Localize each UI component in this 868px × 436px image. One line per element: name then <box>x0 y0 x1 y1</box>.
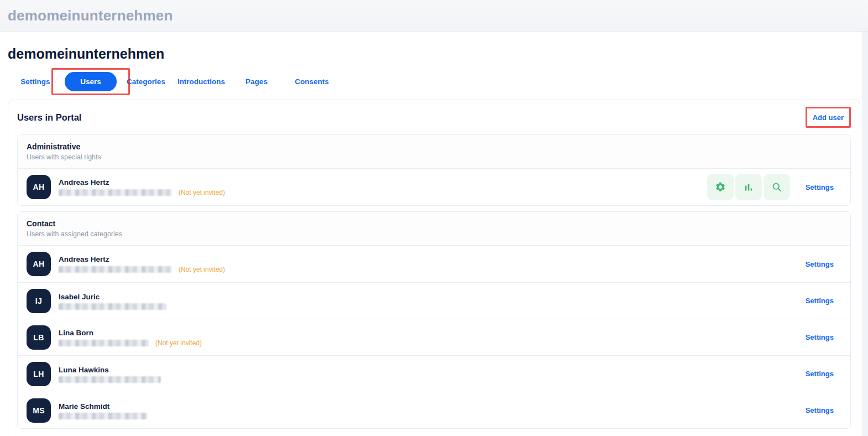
user-subline: (Not yet invited) <box>59 189 225 196</box>
not-invited-badge: (Not yet invited) <box>155 339 202 347</box>
user-group: Contact Users with assigned categories A… <box>17 211 851 429</box>
annotation-box-add-user: Add user <box>806 107 851 128</box>
user-name: Isabel Juric <box>59 292 166 302</box>
user-name: Marie Schmidt <box>59 402 147 411</box>
group-name: Administrative <box>27 142 841 152</box>
avatar: AH <box>27 175 51 199</box>
tab-introductions[interactable]: Introductions <box>174 77 229 86</box>
redacted-email <box>59 413 147 419</box>
group-rows: AH Andreas Hertz (Not yet invited) Setti… <box>18 168 850 205</box>
tab-label: Settings <box>20 77 50 86</box>
tab-label: Introductions <box>177 77 225 86</box>
tab-pages[interactable]: Pages <box>229 77 284 86</box>
avatar: AH <box>27 252 51 276</box>
search-icon <box>771 181 782 193</box>
user-settings-link[interactable]: Settings <box>806 297 834 305</box>
user-subline: (Not yet invited) <box>59 339 202 347</box>
group-description: Users with special rights <box>27 153 841 162</box>
user-row: AH Andreas Hertz (Not yet invited) Setti… <box>18 169 850 205</box>
group-name: Contact <box>27 219 841 229</box>
user-subline <box>59 303 166 310</box>
group-header: Administrative Users with special rights <box>18 135 850 168</box>
group-description: Users with assigned categories <box>27 230 841 238</box>
group-header: Contact Users with assigned categories <box>18 212 850 245</box>
user-row: LH Luna Hawkins Settings <box>18 355 850 392</box>
not-invited-badge: (Not yet invited) <box>179 266 225 273</box>
user-info: Marie Schmidt <box>59 402 147 419</box>
user-row: IJ Isabel Juric Settings <box>18 282 850 319</box>
user-subline <box>59 376 161 383</box>
not-invited-badge: (Not yet invited) <box>179 189 225 196</box>
gear-icon <box>715 181 726 193</box>
bar-chart-button[interactable] <box>735 174 762 200</box>
user-subline <box>59 413 147 419</box>
tab-categories[interactable]: Categories <box>118 77 174 86</box>
tab-consents[interactable]: Consents <box>284 77 339 86</box>
user-settings-link[interactable]: Settings <box>806 260 834 268</box>
tab-label: Consents <box>295 77 329 86</box>
user-info: Luna Hawkins <box>59 365 161 383</box>
redacted-email <box>59 189 172 196</box>
user-settings-link[interactable]: Settings <box>806 183 834 191</box>
avatar: MS <box>27 398 51 423</box>
redacted-email <box>59 376 161 383</box>
user-info: Lina Born (Not yet invited) <box>59 328 202 347</box>
user-subline: (Not yet invited) <box>59 266 225 273</box>
user-name: Andreas Hertz <box>59 255 225 264</box>
top-bar: demomeinunternehmen <box>0 0 868 32</box>
tab-label: Pages <box>245 77 268 86</box>
user-info: Isabel Juric <box>59 292 166 310</box>
group-rows: AH Andreas Hertz (Not yet invited) Setti… <box>18 245 850 428</box>
redacted-email <box>59 340 149 346</box>
avatar: LB <box>27 325 51 350</box>
user-row: LB Lina Born (Not yet invited) Settings <box>18 319 850 355</box>
user-info: Andreas Hertz (Not yet invited) <box>59 178 225 196</box>
redacted-email <box>59 266 172 273</box>
users-panel: Users in Portal Add user Administrative … <box>8 100 860 436</box>
avatar: IJ <box>27 289 51 313</box>
search-button[interactable] <box>764 174 790 200</box>
main-content: demomeinunternehmen Settings Users Categ… <box>0 46 868 436</box>
tab-bar: Settings Users Categories Introductions … <box>8 69 860 94</box>
user-row: AH Andreas Hertz (Not yet invited) Setti… <box>18 246 850 282</box>
gear-button[interactable] <box>707 174 734 200</box>
user-info: Andreas Hertz (Not yet invited) <box>59 255 225 273</box>
panel-title: Users in Portal <box>17 112 81 123</box>
user-name: Andreas Hertz <box>59 178 225 187</box>
panel-header: Users in Portal Add user <box>8 100 860 134</box>
scrollbar-track[interactable] <box>862 32 868 436</box>
page-title: demomeinunternehmen <box>8 46 860 62</box>
avatar: LH <box>27 362 51 386</box>
user-group: Administrative Users with special rights… <box>17 134 851 206</box>
user-settings-link[interactable]: Settings <box>806 333 834 341</box>
redacted-email <box>59 303 166 310</box>
tab-label: Users <box>65 72 117 91</box>
user-settings-link[interactable]: Settings <box>806 370 834 378</box>
user-name: Lina Born <box>59 328 202 338</box>
user-row: MS Marie Schmidt Settings <box>18 392 850 428</box>
tab-label: Categories <box>127 77 165 86</box>
user-name: Luna Hawkins <box>59 365 161 375</box>
user-settings-link[interactable]: Settings <box>806 406 834 414</box>
portal-name: demomeinunternehmen <box>8 7 173 24</box>
bar-chart-icon <box>743 181 754 193</box>
row-actions <box>707 174 790 200</box>
tab-users[interactable]: Users <box>63 72 118 91</box>
user-groups: Administrative Users with special rights… <box>8 134 860 429</box>
add-user-button[interactable]: Add user <box>813 113 844 122</box>
